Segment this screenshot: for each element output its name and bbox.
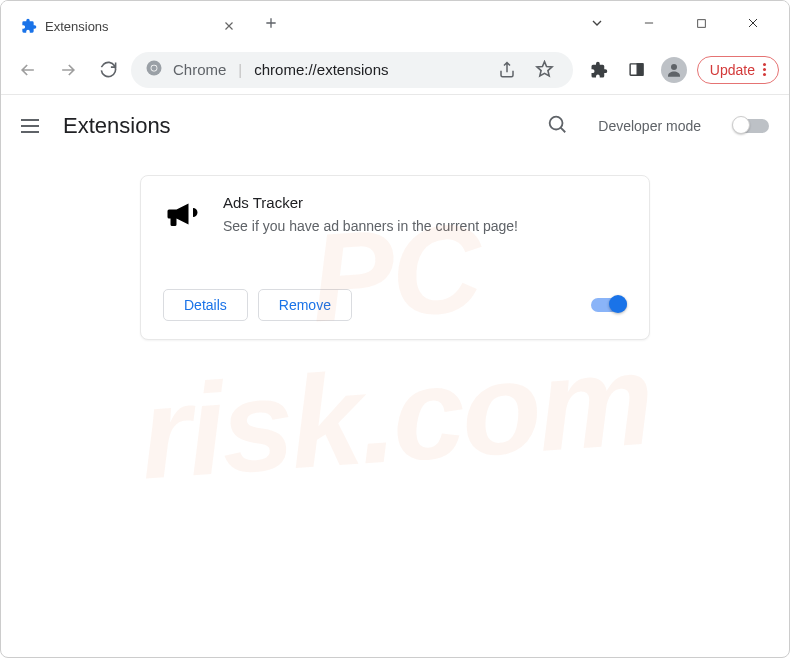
window-titlebar: Extensions [1, 1, 789, 45]
extension-card: Ads Tracker See if you have ad banners i… [140, 175, 650, 340]
browser-toolbar: Chrome | chrome://extensions [1, 45, 789, 95]
remove-button[interactable]: Remove [258, 289, 352, 321]
svg-rect-0 [697, 19, 705, 27]
extension-name: Ads Tracker [223, 194, 518, 211]
tab-title: Extensions [45, 19, 213, 34]
details-button[interactable]: Details [163, 289, 248, 321]
megaphone-icon [163, 196, 199, 232]
extensions-content: Ads Tracker See if you have ad banners i… [1, 157, 789, 358]
forward-button[interactable] [51, 53, 85, 87]
svg-point-6 [671, 64, 677, 70]
star-icon[interactable] [531, 56, 559, 84]
menu-icon[interactable] [21, 119, 45, 133]
close-window-button[interactable] [733, 3, 773, 43]
svg-rect-5 [638, 64, 644, 75]
sidepanel-icon[interactable] [623, 56, 651, 84]
update-label: Update [710, 62, 755, 78]
close-tab-icon[interactable] [221, 18, 237, 34]
update-button[interactable]: Update [697, 56, 779, 84]
svg-point-3 [151, 65, 156, 70]
puzzle-icon [21, 18, 37, 34]
share-icon[interactable] [493, 56, 521, 84]
developer-mode-toggle[interactable] [733, 119, 769, 133]
url-separator: | [238, 61, 242, 78]
chrome-logo-icon [145, 59, 163, 81]
page-title: Extensions [63, 113, 528, 139]
minimize-button[interactable] [629, 3, 669, 43]
extension-description: See if you have ad banners in the curren… [223, 217, 518, 237]
extensions-icon[interactable] [585, 56, 613, 84]
developer-mode-label: Developer mode [598, 118, 701, 134]
browser-tab[interactable]: Extensions [9, 12, 249, 40]
back-button[interactable] [11, 53, 45, 87]
kebab-icon [763, 63, 766, 76]
url-scheme: Chrome [173, 61, 226, 78]
maximize-button[interactable] [681, 3, 721, 43]
search-icon[interactable] [546, 113, 568, 139]
chevron-down-icon[interactable] [577, 3, 617, 43]
reload-button[interactable] [91, 53, 125, 87]
extension-enable-toggle[interactable] [591, 298, 627, 312]
new-tab-button[interactable] [257, 9, 285, 37]
page-header: Extensions Developer mode [1, 95, 789, 157]
address-bar[interactable]: Chrome | chrome://extensions [131, 52, 573, 88]
svg-point-7 [550, 117, 563, 130]
url-path: chrome://extensions [254, 61, 388, 78]
profile-avatar[interactable] [661, 57, 687, 83]
